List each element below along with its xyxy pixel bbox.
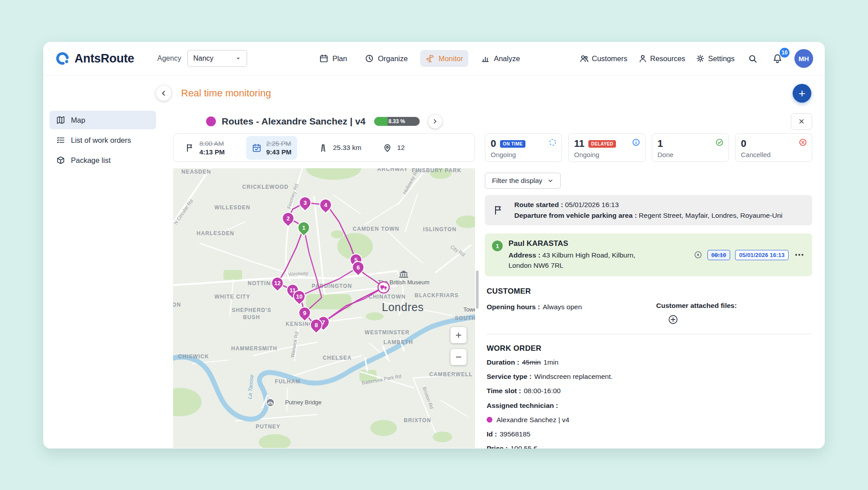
route-progress-text: 8.33 % xyxy=(374,117,420,126)
back-button[interactable] xyxy=(156,86,171,101)
delayed-badge: DELAYED xyxy=(588,140,616,148)
actual-end-time: 9:43 PM xyxy=(266,148,292,157)
planned-start-time: 8:00 AM xyxy=(199,139,225,148)
map-label: HAMMERSMITH xyxy=(231,345,277,352)
cancelled-count: 0 xyxy=(741,138,746,149)
tab-analyze-label: Analyze xyxy=(494,54,520,63)
map-label: ARCHWAY xyxy=(377,168,408,172)
technician-color-dot xyxy=(487,417,492,423)
map-label: Putney Bridge xyxy=(285,399,322,406)
info-icon[interactable] xyxy=(632,138,641,147)
signpost-icon xyxy=(426,54,434,63)
svg-text:4: 4 xyxy=(324,202,327,208)
filter-display-button[interactable]: Filter the display xyxy=(485,173,561,189)
delayed-label: Ongoing xyxy=(574,151,640,158)
add-attachment-button[interactable] xyxy=(668,314,678,325)
map-label: HARLESDEN xyxy=(197,230,235,237)
sidebar-item-map[interactable]: Map xyxy=(50,111,156,129)
tab-analyze[interactable]: Analyze xyxy=(475,50,525,67)
map-pin-icon xyxy=(383,143,392,153)
cancelled-label: Cancelled xyxy=(741,151,806,158)
sidebar-item-work-orders[interactable]: List of work orders xyxy=(50,131,156,149)
svg-text:1: 1 xyxy=(302,224,305,231)
bridge-poi-icon xyxy=(266,399,274,407)
actual-start-time: 4:13 PM xyxy=(199,148,225,157)
planned-end-time: 2:25 PM xyxy=(266,139,292,148)
duration-line: Duration :45min1min xyxy=(487,357,811,367)
flag-icon xyxy=(185,143,194,153)
sidebar-item-package-list[interactable]: Package list xyxy=(50,151,156,170)
spinner-icon xyxy=(548,138,557,147)
route-title-row: Routes - Alexandre Sanchez | v4 8.33 % xyxy=(173,111,475,132)
map-label: BRIXTON xyxy=(404,417,431,424)
technician-label-line: Assigned technician : xyxy=(487,400,811,411)
filter-display-label: Filter the display xyxy=(492,177,542,185)
locate-icon[interactable] xyxy=(694,250,703,259)
map-label: FULHAM xyxy=(275,378,300,385)
calendar-icon xyxy=(319,54,328,63)
section-divider xyxy=(487,334,811,334)
svg-text:6: 6 xyxy=(356,264,360,271)
top-navbar: AntsRoute Agency Nancy Plan Organize xyxy=(43,42,825,75)
add-button[interactable]: + xyxy=(793,84,811,103)
ontime-label: Ongoing xyxy=(491,151,556,158)
price-line: Price :100.55 € xyxy=(487,443,811,448)
nav-right: Customers Resources Settings xyxy=(579,49,813,68)
actual-arrival-badge: 05/01/2026 16:13 xyxy=(735,250,789,260)
route-stats-bar: 8:00 AM 4:13 PM 2:25 PM 9:43 PM xyxy=(173,133,475,162)
nav-settings[interactable]: Settings xyxy=(695,51,736,66)
notification-badge: 10 xyxy=(780,48,789,58)
people-icon xyxy=(580,54,589,63)
route-departure-line: Departure from vehicle parking area : Re… xyxy=(514,210,782,221)
status-card-cancelled: 0 Cancelled xyxy=(735,133,812,162)
svg-text:3: 3 xyxy=(303,199,306,206)
map-label: CRICKLEWOOD xyxy=(242,184,289,190)
stop-card[interactable]: 1 Paul KARASTAS Address : 43 Kilburn Hig… xyxy=(485,233,812,276)
map-label: ISLINGTON xyxy=(423,226,456,233)
zoom-in-button[interactable]: + xyxy=(451,327,467,343)
svg-text:9: 9 xyxy=(303,310,306,316)
agency-select[interactable]: Nancy xyxy=(187,50,247,67)
opening-hours-line: Opening hours :Always open xyxy=(487,302,656,312)
details-panel: 0 ON TIME Ongoing 11 DELAYED xyxy=(485,111,812,448)
map-label: SHEPHERD'S xyxy=(232,307,272,313)
route-distance-value: 25.33 km xyxy=(333,144,361,152)
agency-value: Nancy xyxy=(193,54,213,62)
main-area: Real time monitoring + Routes - Alexandr… xyxy=(162,75,825,448)
avatar[interactable]: MH xyxy=(794,49,813,68)
map-label: Londres xyxy=(382,301,424,313)
nav-customers[interactable]: Customers xyxy=(579,51,628,66)
nav-settings-label: Settings xyxy=(708,54,735,63)
customer-section-heading: CUSTOMER xyxy=(487,287,811,296)
ontime-count: 0 xyxy=(491,138,496,149)
antsroute-logo[interactable]: AntsRoute xyxy=(55,51,134,66)
map-container[interactable]: NEASDENARCHWAYFINSBURY PARKCRICKLEWOODWI… xyxy=(173,168,475,448)
map-canvas: NEASDENARCHWAYFINSBURY PARKCRICKLEWOODWI… xyxy=(173,168,475,448)
gear-icon xyxy=(696,54,705,63)
map-label: NEASDEN xyxy=(182,169,211,175)
map-label: CHISWICK xyxy=(178,353,209,360)
notifications-button[interactable]: 10 xyxy=(769,50,785,66)
road-icon xyxy=(318,143,328,153)
panel-scrollbar[interactable] xyxy=(476,270,479,309)
nav-resources-label: Resources xyxy=(650,54,686,63)
map-label: WHITE CITY xyxy=(215,294,250,300)
map-label: CHINATOWN xyxy=(368,294,405,300)
vehicle-marker[interactable] xyxy=(378,282,389,293)
route-color-dot xyxy=(206,116,216,126)
person-icon xyxy=(638,54,647,63)
tab-plan[interactable]: Plan xyxy=(314,50,352,67)
search-button[interactable] xyxy=(744,50,761,66)
chevron-right-icon xyxy=(431,118,438,125)
app-window: AntsRoute Agency Nancy Plan Organize xyxy=(43,42,825,448)
stop-menu-button[interactable] xyxy=(794,252,805,257)
map-label: CHELSEA xyxy=(322,355,351,361)
close-panel-button[interactable] xyxy=(791,113,812,130)
tab-monitor[interactable]: Monitor xyxy=(420,50,468,67)
logo-text: AntsRoute xyxy=(74,52,134,66)
technician-name: Alexandre Sanchez | v4 xyxy=(496,415,569,425)
next-route-button[interactable] xyxy=(428,115,442,129)
tab-organize[interactable]: Organize xyxy=(360,50,413,67)
zoom-out-button[interactable]: − xyxy=(451,349,467,365)
nav-resources[interactable]: Resources xyxy=(637,51,686,66)
